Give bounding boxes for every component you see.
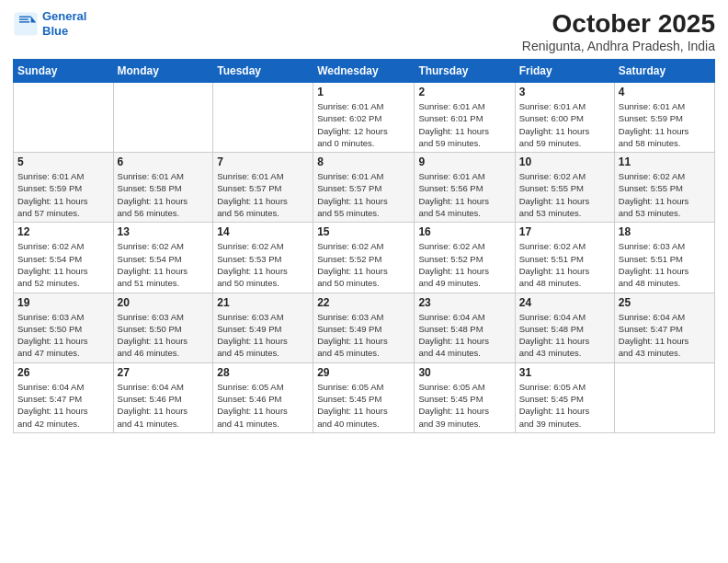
header-tuesday: Tuesday bbox=[213, 60, 313, 83]
cell-w2-d1: 5Sunrise: 6:01 AMSunset: 5:59 PMDaylight… bbox=[14, 153, 114, 223]
cell-w3-d3: 14Sunrise: 6:02 AMSunset: 5:53 PMDayligh… bbox=[213, 223, 313, 293]
day-number: 6 bbox=[118, 155, 210, 168]
day-info: Sunrise: 6:02 AMSunset: 5:54 PMDaylight:… bbox=[17, 240, 109, 289]
day-info: Sunrise: 6:03 AMSunset: 5:49 PMDaylight:… bbox=[317, 311, 410, 360]
day-info: Sunrise: 6:05 AMSunset: 5:45 PMDaylight:… bbox=[418, 381, 510, 430]
cell-w2-d6: 10Sunrise: 6:02 AMSunset: 5:55 PMDayligh… bbox=[515, 153, 614, 223]
logo-line1: General bbox=[42, 9, 86, 23]
calendar-table: Sunday Monday Tuesday Wednesday Thursday… bbox=[13, 59, 715, 433]
day-number: 23 bbox=[418, 296, 510, 309]
day-number: 18 bbox=[619, 225, 711, 238]
day-info: Sunrise: 6:01 AMSunset: 5:57 PMDaylight:… bbox=[317, 170, 410, 219]
svg-rect-4 bbox=[19, 21, 29, 22]
cell-w3-d1: 12Sunrise: 6:02 AMSunset: 5:54 PMDayligh… bbox=[14, 223, 114, 293]
cell-w5-d4: 29Sunrise: 6:05 AMSunset: 5:45 PMDayligh… bbox=[313, 362, 415, 432]
cell-w1-d6: 3Sunrise: 6:01 AMSunset: 6:00 PMDaylight… bbox=[515, 83, 614, 153]
day-number: 22 bbox=[317, 296, 410, 309]
day-info: Sunrise: 6:03 AMSunset: 5:49 PMDaylight:… bbox=[217, 311, 309, 360]
week-row-5: 26Sunrise: 6:04 AMSunset: 5:47 PMDayligh… bbox=[14, 362, 715, 432]
logo-line2: Blue bbox=[42, 24, 68, 38]
day-info: Sunrise: 6:02 AMSunset: 5:54 PMDaylight:… bbox=[118, 240, 210, 289]
day-info: Sunrise: 6:02 AMSunset: 5:55 PMDaylight:… bbox=[519, 170, 610, 219]
logo-text: General Blue bbox=[42, 9, 86, 38]
cell-w3-d7: 18Sunrise: 6:03 AMSunset: 5:51 PMDayligh… bbox=[614, 223, 714, 293]
cell-w5-d7 bbox=[614, 362, 714, 432]
day-number: 1 bbox=[317, 86, 410, 98]
cell-w1-d5: 2Sunrise: 6:01 AMSunset: 6:01 PMDaylight… bbox=[415, 83, 515, 153]
cell-w2-d4: 8Sunrise: 6:01 AMSunset: 5:57 PMDaylight… bbox=[313, 153, 415, 223]
day-number: 5 bbox=[17, 155, 109, 168]
cell-w4-d3: 21Sunrise: 6:03 AMSunset: 5:49 PMDayligh… bbox=[213, 293, 313, 362]
day-number: 7 bbox=[217, 155, 309, 168]
header-thursday: Thursday bbox=[415, 60, 515, 83]
day-number: 28 bbox=[217, 366, 309, 379]
logo-icon bbox=[13, 11, 39, 37]
day-info: Sunrise: 6:05 AMSunset: 5:46 PMDaylight:… bbox=[217, 381, 309, 430]
day-info: Sunrise: 6:02 AMSunset: 5:53 PMDaylight:… bbox=[217, 240, 309, 289]
day-number: 25 bbox=[619, 296, 711, 309]
cell-w5-d6: 31Sunrise: 6:05 AMSunset: 5:45 PMDayligh… bbox=[515, 362, 614, 432]
page-container: General Blue October 2025 Renigunta, And… bbox=[0, 0, 728, 442]
day-number: 20 bbox=[118, 296, 210, 309]
day-info: Sunrise: 6:02 AMSunset: 5:55 PMDaylight:… bbox=[619, 170, 711, 219]
day-number: 3 bbox=[519, 86, 610, 98]
day-number: 16 bbox=[418, 225, 510, 238]
header-saturday: Saturday bbox=[614, 60, 714, 83]
cell-w1-d1 bbox=[14, 83, 114, 153]
day-number: 21 bbox=[217, 296, 309, 309]
header-monday: Monday bbox=[113, 60, 213, 83]
cell-w5-d2: 27Sunrise: 6:04 AMSunset: 5:46 PMDayligh… bbox=[113, 362, 213, 432]
svg-rect-2 bbox=[19, 16, 31, 17]
day-info: Sunrise: 6:04 AMSunset: 5:46 PMDaylight:… bbox=[118, 381, 210, 430]
week-row-4: 19Sunrise: 6:03 AMSunset: 5:50 PMDayligh… bbox=[14, 293, 715, 362]
svg-rect-3 bbox=[19, 18, 28, 19]
day-number: 15 bbox=[317, 225, 410, 238]
week-row-1: 1Sunrise: 6:01 AMSunset: 6:02 PMDaylight… bbox=[14, 83, 715, 153]
day-number: 9 bbox=[418, 155, 510, 168]
cell-w5-d1: 26Sunrise: 6:04 AMSunset: 5:47 PMDayligh… bbox=[14, 362, 114, 432]
day-info: Sunrise: 6:01 AMSunset: 5:58 PMDaylight:… bbox=[118, 170, 210, 219]
cell-w3-d4: 15Sunrise: 6:02 AMSunset: 5:52 PMDayligh… bbox=[313, 223, 415, 293]
day-number: 8 bbox=[317, 155, 410, 168]
cell-w4-d5: 23Sunrise: 6:04 AMSunset: 5:48 PMDayligh… bbox=[415, 293, 515, 362]
header-friday: Friday bbox=[515, 60, 614, 83]
cell-w1-d3 bbox=[213, 83, 313, 153]
day-info: Sunrise: 6:02 AMSunset: 5:52 PMDaylight:… bbox=[418, 240, 510, 289]
day-number: 12 bbox=[17, 225, 109, 238]
day-number: 19 bbox=[17, 296, 109, 309]
cell-w3-d5: 16Sunrise: 6:02 AMSunset: 5:52 PMDayligh… bbox=[415, 223, 515, 293]
cell-w1-d2 bbox=[113, 83, 213, 153]
day-info: Sunrise: 6:04 AMSunset: 5:48 PMDaylight:… bbox=[418, 311, 510, 360]
day-number: 31 bbox=[519, 366, 610, 379]
day-info: Sunrise: 6:05 AMSunset: 5:45 PMDaylight:… bbox=[519, 381, 610, 430]
cell-w2-d3: 7Sunrise: 6:01 AMSunset: 5:57 PMDaylight… bbox=[213, 153, 313, 223]
cell-w5-d5: 30Sunrise: 6:05 AMSunset: 5:45 PMDayligh… bbox=[415, 362, 515, 432]
cell-w2-d2: 6Sunrise: 6:01 AMSunset: 5:58 PMDaylight… bbox=[113, 153, 213, 223]
day-info: Sunrise: 6:02 AMSunset: 5:52 PMDaylight:… bbox=[317, 240, 410, 289]
cell-w3-d2: 13Sunrise: 6:02 AMSunset: 5:54 PMDayligh… bbox=[113, 223, 213, 293]
day-number: 17 bbox=[519, 225, 610, 238]
day-number: 13 bbox=[118, 225, 210, 238]
day-number: 29 bbox=[317, 366, 410, 379]
day-number: 30 bbox=[418, 366, 510, 379]
day-info: Sunrise: 6:03 AMSunset: 5:51 PMDaylight:… bbox=[619, 240, 711, 289]
month-title: October 2025 bbox=[522, 9, 715, 39]
day-info: Sunrise: 6:04 AMSunset: 5:47 PMDaylight:… bbox=[17, 381, 109, 430]
header-sunday: Sunday bbox=[14, 60, 114, 83]
day-number: 14 bbox=[217, 225, 309, 238]
logo: General Blue bbox=[13, 9, 86, 38]
day-number: 10 bbox=[519, 155, 610, 168]
cell-w4-d7: 25Sunrise: 6:04 AMSunset: 5:47 PMDayligh… bbox=[614, 293, 714, 362]
cell-w2-d5: 9Sunrise: 6:01 AMSunset: 5:56 PMDaylight… bbox=[415, 153, 515, 223]
svg-rect-0 bbox=[14, 12, 37, 35]
week-row-3: 12Sunrise: 6:02 AMSunset: 5:54 PMDayligh… bbox=[14, 223, 715, 293]
cell-w5-d3: 28Sunrise: 6:05 AMSunset: 5:46 PMDayligh… bbox=[213, 362, 313, 432]
cell-w4-d2: 20Sunrise: 6:03 AMSunset: 5:50 PMDayligh… bbox=[113, 293, 213, 362]
days-header-row: Sunday Monday Tuesday Wednesday Thursday… bbox=[14, 60, 715, 83]
day-number: 11 bbox=[619, 155, 711, 168]
day-info: Sunrise: 6:03 AMSunset: 5:50 PMDaylight:… bbox=[118, 311, 210, 360]
cell-w4-d4: 22Sunrise: 6:03 AMSunset: 5:49 PMDayligh… bbox=[313, 293, 415, 362]
header-wednesday: Wednesday bbox=[313, 60, 415, 83]
cell-w2-d7: 11Sunrise: 6:02 AMSunset: 5:55 PMDayligh… bbox=[614, 153, 714, 223]
day-number: 2 bbox=[418, 86, 510, 98]
